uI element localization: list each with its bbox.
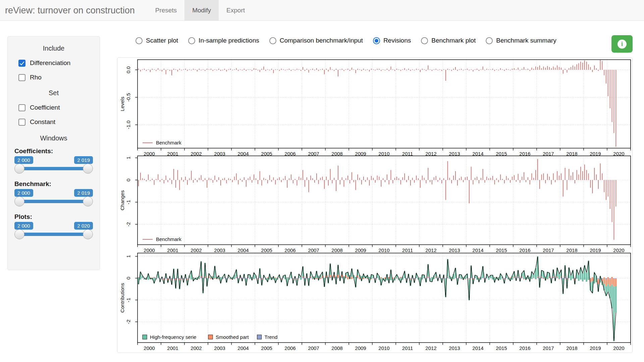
svg-text:2012: 2012 bbox=[425, 247, 436, 253]
svg-text:Smoothed part: Smoothed part bbox=[216, 334, 249, 340]
svg-text:High-frequency serie: High-frequency serie bbox=[150, 334, 196, 340]
svg-text:0.0: 0.0 bbox=[125, 66, 131, 73]
radio-label: Revisions bbox=[383, 37, 411, 44]
radio-option-revisions[interactable]: Revisions bbox=[373, 37, 411, 44]
svg-text:2000: 2000 bbox=[144, 345, 155, 351]
slider-handle-left[interactable] bbox=[14, 164, 24, 174]
tab-export[interactable]: Export bbox=[219, 0, 253, 20]
checkbox-label: Constant bbox=[30, 118, 55, 126]
checkbox-icon[interactable] bbox=[18, 119, 25, 126]
svg-text:2002: 2002 bbox=[191, 345, 202, 351]
set-heading: Set bbox=[14, 89, 93, 97]
svg-text:2003: 2003 bbox=[214, 247, 225, 253]
svg-text:2007: 2007 bbox=[308, 247, 319, 253]
svg-text:1: 1 bbox=[125, 157, 131, 159]
slider-to-badge: 2 019 bbox=[74, 189, 93, 197]
svg-text:Benchmark: Benchmark bbox=[156, 236, 181, 242]
benchmark-slider: 2 000 2 019 bbox=[14, 189, 93, 208]
windows-heading: Windows bbox=[14, 134, 93, 142]
svg-text:2012: 2012 bbox=[425, 345, 436, 351]
svg-text:2008: 2008 bbox=[331, 345, 342, 351]
svg-text:2013: 2013 bbox=[449, 247, 460, 253]
svg-text:-1.0: -1.0 bbox=[125, 120, 131, 129]
svg-text:2019: 2019 bbox=[590, 247, 601, 253]
slider-handle-left[interactable] bbox=[14, 196, 24, 206]
radio-icon[interactable] bbox=[486, 37, 493, 44]
radio-option-benchmark-summary[interactable]: Benchmark summary bbox=[486, 37, 556, 44]
svg-text:2005: 2005 bbox=[261, 247, 272, 253]
radio-label: In-sample predictions bbox=[199, 37, 259, 44]
slider-range-fill[interactable] bbox=[18, 200, 89, 203]
slider-handle-right[interactable] bbox=[83, 164, 93, 174]
coefficients-slider: 2 000 2 019 bbox=[14, 156, 93, 175]
checkbox-constant[interactable]: Constant bbox=[18, 118, 93, 126]
checkbox-differenciation[interactable]: Differenciation bbox=[18, 59, 93, 67]
plots-slider: 2 000 2 020 bbox=[14, 222, 93, 241]
svg-text:2016: 2016 bbox=[519, 247, 530, 253]
svg-text:2020: 2020 bbox=[613, 247, 624, 253]
svg-text:2015: 2015 bbox=[496, 345, 507, 351]
svg-text:2019: 2019 bbox=[590, 345, 601, 351]
checkbox-label: Rho bbox=[30, 74, 42, 81]
radio-icon[interactable] bbox=[269, 37, 276, 44]
slider-handle-right[interactable] bbox=[83, 229, 93, 239]
slider-handle-right[interactable] bbox=[83, 196, 93, 206]
checkbox-icon[interactable] bbox=[18, 104, 25, 111]
radio-icon[interactable] bbox=[136, 37, 143, 44]
svg-text:1: 1 bbox=[125, 255, 131, 258]
coefficients-slider-label: Coefficients: bbox=[14, 147, 93, 155]
svg-text:2010: 2010 bbox=[378, 247, 389, 253]
svg-text:2003: 2003 bbox=[214, 345, 225, 351]
svg-text:Trend: Trend bbox=[265, 334, 278, 340]
checkbox-coefficient[interactable]: Coefficient bbox=[18, 104, 93, 111]
radio-option-comparison-benchmark-input[interactable]: Comparison benchmark/input bbox=[269, 37, 363, 44]
checkbox-icon[interactable] bbox=[18, 60, 25, 67]
slider-to-badge: 2 020 bbox=[74, 222, 93, 230]
svg-text:2001: 2001 bbox=[167, 247, 178, 253]
slider-handle-left[interactable] bbox=[14, 229, 24, 239]
checkbox-rho[interactable]: Rho bbox=[18, 74, 93, 81]
radio-icon[interactable] bbox=[421, 37, 428, 44]
info-glyph: i bbox=[621, 41, 623, 47]
svg-text:2017: 2017 bbox=[543, 247, 554, 253]
slider-to-badge: 2 019 bbox=[74, 156, 93, 164]
radio-option-in-sample-predictions[interactable]: In-sample predictions bbox=[188, 37, 259, 44]
radio-icon[interactable] bbox=[188, 37, 195, 44]
radio-label: Comparison benchmark/input bbox=[280, 37, 363, 44]
svg-text:2007: 2007 bbox=[308, 345, 319, 351]
svg-text:2004: 2004 bbox=[237, 345, 249, 351]
slider-range-fill[interactable] bbox=[18, 167, 89, 170]
slider-range-fill[interactable] bbox=[18, 233, 89, 236]
svg-text:2006: 2006 bbox=[284, 247, 296, 253]
checkbox-icon[interactable] bbox=[18, 74, 25, 81]
radio-option-scatter-plot[interactable]: Scatter plot bbox=[136, 37, 178, 44]
slider-from-badge: 2 000 bbox=[14, 189, 33, 197]
svg-text:2018: 2018 bbox=[566, 247, 577, 253]
svg-text:Levels: Levels bbox=[119, 97, 125, 111]
svg-text:-1: -1 bbox=[125, 200, 131, 204]
app-title: reView: turnover on construction bbox=[5, 0, 135, 20]
svg-text:2005: 2005 bbox=[261, 345, 272, 351]
svg-text:2009: 2009 bbox=[355, 345, 366, 351]
svg-text:2004: 2004 bbox=[237, 247, 249, 253]
svg-text:0: 0 bbox=[125, 277, 131, 280]
include-heading: Include bbox=[14, 45, 93, 52]
checkbox-label: Coefficient bbox=[30, 104, 60, 111]
slider-from-badge: 2 000 bbox=[14, 156, 33, 164]
svg-text:-1: -1 bbox=[125, 298, 131, 302]
tab-modify[interactable]: Modify bbox=[184, 0, 219, 20]
radio-icon[interactable] bbox=[373, 37, 380, 44]
svg-text:2010: 2010 bbox=[378, 345, 389, 351]
svg-text:2016: 2016 bbox=[519, 345, 530, 351]
svg-text:2002: 2002 bbox=[191, 247, 202, 253]
svg-text:2011: 2011 bbox=[402, 247, 413, 253]
view-options: Scatter plot In-sample predictions Compa… bbox=[136, 37, 556, 44]
svg-text:Contributions: Contributions bbox=[119, 283, 125, 312]
info-button[interactable]: i bbox=[611, 35, 633, 53]
radio-option-benchmark-plot[interactable]: Benchmark plot bbox=[421, 37, 476, 44]
slider-from-badge: 2 000 bbox=[14, 222, 33, 230]
tab-presets[interactable]: Presets bbox=[148, 0, 184, 20]
svg-text:Benchmark: Benchmark bbox=[156, 140, 181, 145]
svg-text:2014: 2014 bbox=[472, 247, 483, 253]
radio-label: Benchmark plot bbox=[431, 37, 476, 44]
